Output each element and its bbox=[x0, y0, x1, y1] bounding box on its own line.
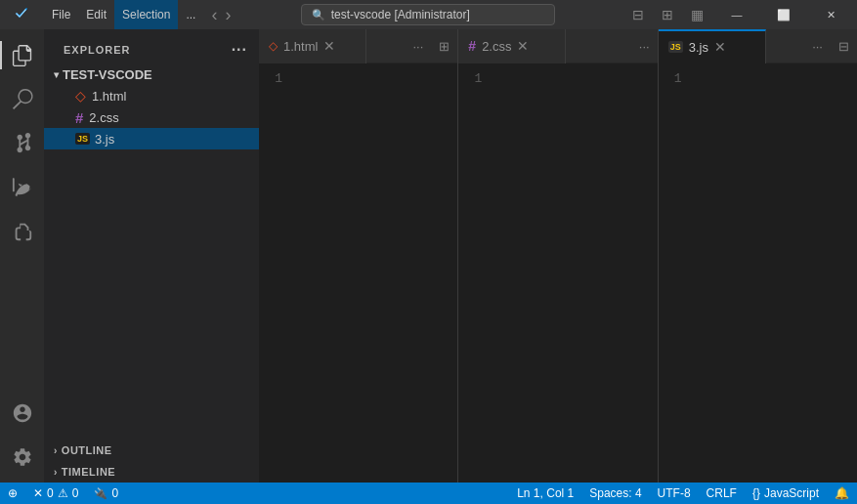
pane2-line-number: 1 bbox=[458, 71, 497, 86]
pane3-line1: 1 bbox=[659, 71, 857, 86]
search-area: 🔍 test-vscode [Administrator] bbox=[231, 4, 624, 25]
bell-status-item[interactable]: 🔔 bbox=[827, 483, 857, 504]
layout-btn3[interactable]: ▦ bbox=[683, 4, 710, 25]
activity-source-control[interactable] bbox=[0, 121, 44, 165]
nav-back-button[interactable]: ‹ bbox=[211, 5, 217, 25]
pane2-more-btn[interactable]: ··· bbox=[631, 39, 658, 54]
file-row-css[interactable]: # 2.css bbox=[44, 106, 259, 128]
errors-status-item[interactable]: ✕ 0 ⚠ 0 bbox=[25, 483, 86, 504]
remote-status-item[interactable]: ⊕ bbox=[0, 483, 25, 504]
language-text: JavaScript bbox=[764, 486, 819, 500]
pane3-tab-label: 3.js bbox=[689, 40, 708, 55]
layout-btn2[interactable]: ⊞ bbox=[654, 4, 681, 25]
file-row-js[interactable]: JS 3.js bbox=[44, 128, 259, 149]
warnings-count: 0 bbox=[72, 486, 79, 500]
menu-edit[interactable]: Edit bbox=[78, 0, 114, 29]
pane3-more-btn[interactable]: ··· bbox=[804, 39, 831, 54]
editor-area: ◇ 1.html ✕ ··· ⊞ 1 # bbox=[259, 29, 857, 483]
activity-account[interactable] bbox=[0, 391, 44, 435]
editor-pane-css: # 2.css ✕ ··· 1 bbox=[458, 29, 658, 483]
pane3-tab-close[interactable]: ✕ bbox=[714, 40, 726, 54]
minimize-button[interactable]: — bbox=[714, 0, 759, 29]
menu-more[interactable]: ... bbox=[178, 0, 203, 29]
language-icon: {} bbox=[752, 486, 760, 500]
pane2-tab-bar: # 2.css ✕ ··· bbox=[458, 29, 657, 63]
restore-button[interactable]: ⬜ bbox=[761, 0, 806, 29]
folder-row[interactable]: ▾ TEST-VSCODE bbox=[44, 63, 259, 85]
encoding-status-item[interactable]: UTF-8 bbox=[650, 483, 699, 504]
pane1-line1: 1 bbox=[259, 71, 457, 86]
status-bar: ⊕ ✕ 0 ⚠ 0 🔌 0 Ln 1, Col 1 Spaces: 4 UTF-… bbox=[0, 483, 857, 504]
css-tab-icon: # bbox=[468, 38, 476, 54]
html-file-icon: ◇ bbox=[75, 88, 86, 104]
activity-settings[interactable] bbox=[0, 435, 44, 479]
warning-icon: ⚠ bbox=[58, 486, 68, 500]
app-logo bbox=[0, 0, 44, 29]
pane2-tab[interactable]: # 2.css ✕ bbox=[458, 29, 566, 63]
file-name-html: 1.html bbox=[92, 89, 126, 104]
editor-pane-html: ◇ 1.html ✕ ··· ⊞ 1 bbox=[259, 29, 458, 483]
sidebar-panels: › OUTLINE › TIMELINE bbox=[44, 440, 259, 483]
css-file-icon: # bbox=[75, 109, 83, 126]
activity-bottom bbox=[0, 391, 44, 483]
timeline-label: TIMELINE bbox=[62, 466, 115, 478]
bell-icon: 🔔 bbox=[835, 486, 849, 500]
position-text: Ln 1, Col 1 bbox=[517, 486, 574, 500]
sidebar-title: EXPLORER bbox=[64, 44, 131, 56]
editors-container: ◇ 1.html ✕ ··· ⊞ 1 # bbox=[259, 29, 857, 483]
language-status-item[interactable]: {} JavaScript bbox=[745, 483, 827, 504]
pane1-tab-bar: ◇ 1.html ✕ ··· ⊞ bbox=[259, 29, 457, 63]
search-text: test-vscode [Administrator] bbox=[331, 8, 470, 21]
pane3-split-btn[interactable]: ⊟ bbox=[831, 39, 857, 54]
timeline-section[interactable]: › TIMELINE bbox=[44, 461, 259, 483]
pane3-editor-body: 1 bbox=[659, 63, 857, 483]
outline-label: OUTLINE bbox=[62, 444, 112, 456]
file-row-html[interactable]: ◇ 1.html bbox=[44, 85, 259, 106]
remote-label-item[interactable]: 🔌 0 bbox=[86, 483, 126, 504]
pane1-more-btn[interactable]: ··· bbox=[405, 39, 431, 54]
js-tab-icon: JS bbox=[668, 41, 683, 53]
position-status-item[interactable]: Ln 1, Col 1 bbox=[509, 483, 581, 504]
line-ending-text: CRLF bbox=[707, 486, 737, 500]
pane3-tab[interactable]: JS 3.js ✕ bbox=[659, 29, 766, 63]
line-ending-status-item[interactable]: CRLF bbox=[699, 483, 745, 504]
layout-btn1[interactable]: ⊟ bbox=[624, 4, 652, 25]
error-icon: ✕ bbox=[33, 486, 43, 500]
remote-count: 0 bbox=[111, 486, 118, 500]
pane1-tab-close[interactable]: ✕ bbox=[323, 39, 335, 53]
pane1-tab[interactable]: ◇ 1.html ✕ bbox=[259, 29, 366, 63]
folder-name: TEST-VSCODE bbox=[63, 67, 152, 82]
sidebar-header: EXPLORER ··· bbox=[44, 29, 259, 63]
window-controls: — ⬜ ✕ bbox=[714, 0, 857, 29]
pane3-tab-bar: JS 3.js ✕ ··· ⊟ bbox=[659, 29, 857, 63]
menu-file[interactable]: File bbox=[44, 0, 78, 29]
js-file-icon: JS bbox=[75, 133, 90, 145]
chevron-down-icon: ▾ bbox=[54, 69, 59, 80]
menu-bar: File Edit Selection ... bbox=[44, 0, 203, 29]
pane1-split-btn[interactable]: ⊞ bbox=[431, 39, 457, 54]
encoding-text: UTF-8 bbox=[658, 486, 691, 500]
menu-selection[interactable]: Selection bbox=[114, 0, 178, 29]
nav-buttons: ‹ › bbox=[211, 5, 231, 25]
activity-bar bbox=[0, 29, 44, 483]
close-button[interactable]: ✕ bbox=[808, 0, 853, 29]
editor-pane-js: JS 3.js ✕ ··· ⊟ 1 bbox=[659, 29, 857, 483]
pane2-editor-body: 1 bbox=[458, 63, 657, 483]
pane1-tab-label: 1.html bbox=[283, 39, 318, 54]
sidebar-more-icon[interactable]: ··· bbox=[232, 41, 247, 59]
activity-run[interactable] bbox=[0, 165, 44, 209]
activity-extensions[interactable] bbox=[0, 209, 44, 253]
activity-explorer[interactable] bbox=[0, 33, 44, 77]
status-left: ⊕ ✕ 0 ⚠ 0 🔌 0 bbox=[0, 483, 126, 504]
title-search-box[interactable]: 🔍 test-vscode [Administrator] bbox=[301, 4, 555, 25]
spaces-status-item[interactable]: Spaces: 4 bbox=[581, 483, 649, 504]
sidebar: EXPLORER ··· ▾ TEST-VSCODE ◇ 1.html # 2.… bbox=[44, 29, 259, 483]
chevron-right-icon2: › bbox=[54, 467, 58, 478]
main-area: EXPLORER ··· ▾ TEST-VSCODE ◇ 1.html # 2.… bbox=[0, 29, 857, 483]
outline-section[interactable]: › OUTLINE bbox=[44, 440, 259, 461]
activity-search[interactable] bbox=[0, 77, 44, 121]
search-icon: 🔍 bbox=[312, 9, 325, 21]
pane2-tab-close[interactable]: ✕ bbox=[517, 39, 529, 53]
chevron-right-icon: › bbox=[54, 445, 58, 456]
file-name-js: 3.js bbox=[95, 132, 114, 147]
